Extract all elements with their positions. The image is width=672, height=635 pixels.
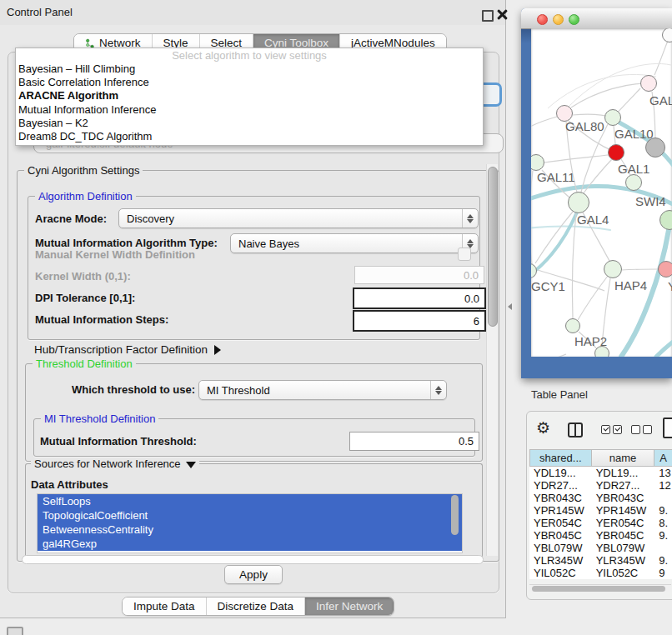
panel-title: Control Panel xyxy=(7,6,73,18)
network-node[interactable] xyxy=(662,28,672,42)
table-cell[interactable]: YER054C xyxy=(529,517,592,529)
dropdown-item-bayesian-hill-climbing[interactable]: Bayesian – Hill Climbing xyxy=(16,62,483,76)
split-columns-icon[interactable] xyxy=(568,422,583,438)
gear-icon[interactable]: ⚙ xyxy=(536,419,550,438)
table-horizontal-scrollbar[interactable] xyxy=(529,584,671,592)
dpi-tolerance-label: DPI Tolerance [0,1]: xyxy=(35,292,135,304)
table-row[interactable]: YBL079WYBL079W xyxy=(529,542,672,554)
attribute-item-betweennesscentrality[interactable]: BetweennessCentrality xyxy=(38,522,462,537)
table-cell[interactable]: YDR27... xyxy=(592,479,655,492)
mi-type-select[interactable]: Naive Bayes xyxy=(230,233,479,253)
table-cell[interactable]: YBR043C xyxy=(529,492,592,504)
network-node[interactable] xyxy=(594,346,609,357)
table-cell[interactable]: 9 xyxy=(654,567,672,579)
table-cell[interactable]: YIL052C xyxy=(529,567,592,579)
table-cell[interactable]: 8. xyxy=(654,517,672,529)
table-cell[interactable]: YBR043C xyxy=(592,492,655,504)
scrollbar-thumb[interactable] xyxy=(532,586,665,592)
float-panel-icon[interactable] xyxy=(482,10,494,22)
aracne-mode-select[interactable]: Discovery xyxy=(118,208,479,228)
list-scrollbar-thumb[interactable] xyxy=(451,495,459,535)
table-cell[interactable]: 9. xyxy=(654,554,672,567)
table-cell[interactable]: YLR345W xyxy=(529,554,592,567)
table-cell[interactable]: YDR27... xyxy=(529,479,592,492)
close-icon[interactable] xyxy=(497,9,508,20)
mi-steps-field[interactable]: 6 xyxy=(353,310,486,332)
which-threshold-select[interactable]: MI Threshold xyxy=(198,380,447,400)
network-node-gal7[interactable] xyxy=(640,75,657,92)
network-node-y[interactable] xyxy=(658,261,672,278)
table-cell[interactable]: YBR045C xyxy=(592,529,655,542)
table-row[interactable]: YDL19...YDL19...13 xyxy=(529,467,672,479)
attribute-item-selfloops[interactable]: SelfLoops xyxy=(38,494,462,508)
split-pane-collapse-handle[interactable] xyxy=(508,303,512,310)
network-node[interactable] xyxy=(645,138,665,158)
mi-threshold-field[interactable]: 0.5 xyxy=(349,432,479,451)
network-node-gal4[interactable] xyxy=(568,192,589,213)
table-row[interactable]: YDR27...YDR27...12 xyxy=(529,479,672,492)
dropdown-item-basic-correlation-inference[interactable]: Basic Correlation Inference xyxy=(16,76,483,89)
kernel-width-field[interactable]: 0.0 xyxy=(354,266,484,284)
hub-definition-toggle[interactable]: Hub/Transcription Factor Definition xyxy=(34,343,221,356)
column-header-name[interactable]: name xyxy=(592,449,655,467)
column-header-shared-name[interactable]: shared... xyxy=(529,449,592,467)
column-header-partial[interactable]: A xyxy=(654,449,672,467)
collapsed-panel-icon[interactable] xyxy=(7,627,23,635)
settings-horizontal-scrollbar[interactable] xyxy=(22,555,484,564)
tab-impute-data[interactable]: Impute Data xyxy=(123,598,206,615)
tab-discretize-data[interactable]: Discretize Data xyxy=(206,598,305,615)
scrollbar-thumb[interactable] xyxy=(488,167,498,327)
table-cell[interactable]: 9. xyxy=(654,529,672,542)
manual-kernel-checkbox[interactable] xyxy=(458,248,471,261)
table-cell[interactable]: YDL19... xyxy=(529,467,592,479)
window-zoom-icon[interactable] xyxy=(569,14,579,25)
attribute-item-gal4rgexp[interactable]: gal4RGexp xyxy=(38,537,462,551)
attribute-item-topologicalcoefficient[interactable]: TopologicalCoefficient xyxy=(38,508,462,522)
table-cell[interactable]: YER054C xyxy=(592,517,655,529)
table-row[interactable]: YBR043CYBR043C xyxy=(529,492,672,504)
network-node-gal1[interactable] xyxy=(608,144,624,161)
network-window-titlebar[interactable] xyxy=(521,8,672,29)
control-panel-window: Control Panel NetworkStyleSelectCyni Too… xyxy=(0,0,506,618)
cyni-bottom-tabs: Impute DataDiscretize DataInfer Network xyxy=(122,597,394,616)
table-cell[interactable]: 12 xyxy=(654,479,672,492)
dropdown-item-dream8-dc-tdc-algorithm[interactable]: Dream8 DC_TDC Algorithm xyxy=(16,130,483,143)
dropdown-item-bayesian-k2[interactable]: Bayesian – K2 xyxy=(16,117,483,130)
table-cell[interactable]: YIL052C xyxy=(592,567,655,579)
table-cell[interactable]: YDL19... xyxy=(592,467,655,479)
table-cell[interactable]: YPR145W xyxy=(529,504,592,517)
table-cell[interactable]: 9. xyxy=(654,504,672,517)
settings-vertical-scrollbar[interactable] xyxy=(486,164,498,556)
table-cell[interactable]: YBR045C xyxy=(529,529,592,542)
table-cell[interactable]: YPR145W xyxy=(592,504,655,517)
network-node-hap4[interactable] xyxy=(604,260,622,278)
network-canvas[interactable]: GAL7GAL80GAL10GAL1GAL11SWI4GAL4GCY1HAP4Y… xyxy=(531,28,672,357)
network-node-gal10[interactable] xyxy=(604,109,621,126)
tab-infer-network[interactable]: Infer Network xyxy=(304,598,394,615)
dropdown-placeholder: Select algorithm to view settings xyxy=(16,48,483,62)
dropdown-item-mutual-information-inference[interactable]: Mutual Information Inference xyxy=(16,103,483,117)
table-cell[interactable]: YBL079W xyxy=(592,542,655,554)
dpi-tolerance-field[interactable]: 0.0 xyxy=(353,288,486,309)
window-close-icon[interactable] xyxy=(537,14,548,25)
new-table-icon[interactable] xyxy=(663,418,672,438)
table-row[interactable]: YBR045CYBR045C9. xyxy=(529,529,672,542)
window-minimize-icon[interactable] xyxy=(553,14,564,25)
table-row[interactable]: YPR145WYPR145W9. xyxy=(529,504,672,517)
dropdown-item-aracne-algorithm[interactable]: ARACNE Algorithm xyxy=(16,89,483,102)
apply-button[interactable]: Apply xyxy=(224,565,283,584)
table-row[interactable]: YLR345WYLR345W9. xyxy=(529,554,672,567)
network-view-window[interactable]: GAL7GAL80GAL10GAL1GAL11SWI4GAL4GCY1HAP4Y… xyxy=(521,8,672,378)
collapse-down-icon[interactable] xyxy=(186,462,196,468)
network-node-swi4[interactable] xyxy=(625,174,642,191)
data-attributes-list[interactable]: SelfLoopsTopologicalCoefficientBetweenne… xyxy=(37,493,463,553)
table-row[interactable]: YIL052CYIL052C9 xyxy=(529,567,672,579)
node-label: GAL7 xyxy=(649,93,672,108)
deselect-all-columns-icon[interactable] xyxy=(631,425,652,434)
table-row[interactable]: YER054CYER054C8. xyxy=(529,517,672,529)
table-cell[interactable]: YLR345W xyxy=(592,554,655,567)
select-all-columns-icon[interactable] xyxy=(601,425,622,434)
network-node-hap2[interactable] xyxy=(565,318,580,333)
table-cell[interactable]: YBL079W xyxy=(529,542,592,554)
table-cell[interactable]: 13 xyxy=(654,467,672,479)
